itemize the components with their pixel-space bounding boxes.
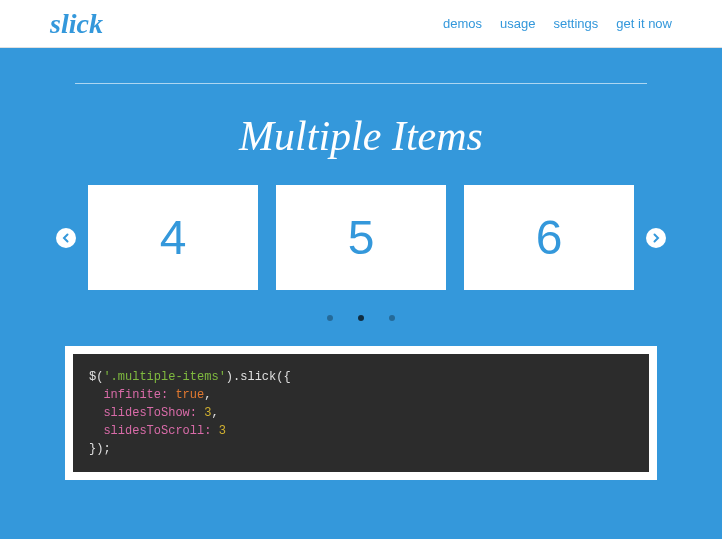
carousel: 4 5 6 (50, 185, 672, 290)
code-key: slidesToShow: (103, 406, 197, 420)
nav-demos[interactable]: demos (443, 16, 482, 31)
prev-arrow[interactable] (56, 228, 76, 248)
slide-item[interactable]: 5 (276, 185, 446, 290)
slide-item[interactable]: 6 (464, 185, 634, 290)
nav-get-it-now[interactable]: get it now (616, 16, 672, 31)
code-key: slidesToScroll: (103, 424, 211, 438)
code-value: 3 (197, 406, 211, 420)
code-text: , (204, 388, 211, 402)
chevron-left-icon (61, 233, 71, 243)
nav-usage[interactable]: usage (500, 16, 535, 31)
nav: demos usage settings get it now (443, 16, 672, 31)
chevron-right-icon (651, 233, 661, 243)
code-value: 3 (211, 424, 225, 438)
dot-3[interactable] (389, 315, 395, 321)
code-string: '.multiple-items' (103, 370, 225, 384)
code-value: true (168, 388, 204, 402)
nav-settings[interactable]: settings (554, 16, 599, 31)
code-text: }); (89, 442, 111, 456)
code-wrapper: $('.multiple-items').slick({ infinite: t… (65, 346, 657, 480)
code-block: $('.multiple-items').slick({ infinite: t… (73, 354, 649, 472)
code-text: $( (89, 370, 103, 384)
code-text: ).slick({ (226, 370, 291, 384)
pagination-dots (50, 315, 672, 321)
code-key: infinite: (103, 388, 168, 402)
dot-1[interactable] (327, 315, 333, 321)
code-text: , (211, 406, 218, 420)
dot-2[interactable] (358, 315, 364, 321)
slides-track: 4 5 6 (88, 185, 634, 290)
next-arrow[interactable] (646, 228, 666, 248)
content: Multiple Items 4 5 6 $('.multiple-items'… (0, 83, 722, 480)
section-title: Multiple Items (50, 112, 672, 160)
divider (75, 83, 647, 84)
logo[interactable]: slick (50, 8, 103, 40)
slide-item[interactable]: 4 (88, 185, 258, 290)
header: slick demos usage settings get it now (0, 0, 722, 48)
